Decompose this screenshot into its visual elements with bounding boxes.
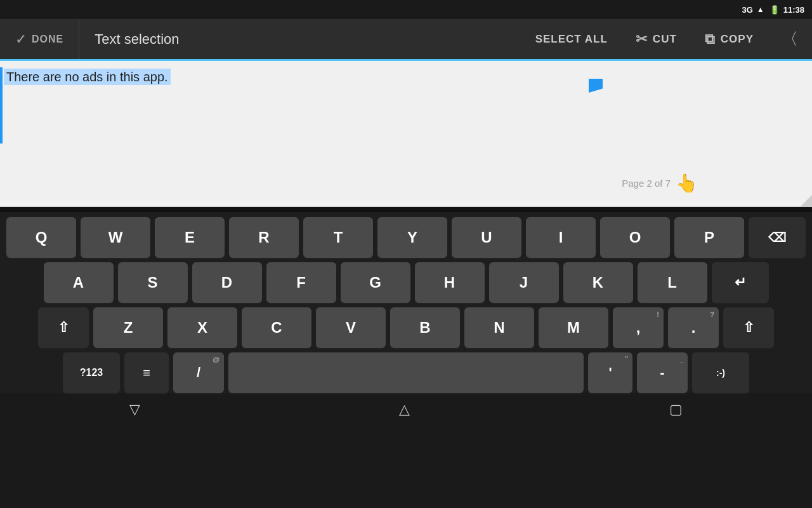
key-o[interactable]: O <box>600 217 670 258</box>
back-button[interactable]: ▽ <box>129 401 140 418</box>
keyboard: Q W E R T Y U I O P ⌫ A S D F G H J K L … <box>0 212 812 393</box>
cut-button[interactable]: ✂ CUT <box>622 19 691 59</box>
key-i[interactable]: I <box>526 217 596 258</box>
copy-label: COPY <box>721 33 754 46</box>
key-t[interactable]: T <box>303 217 373 258</box>
action-buttons: SELECT ALL ✂ CUT ⧉ COPY 〈 <box>521 19 812 59</box>
done-label: DONE <box>32 34 63 45</box>
select-all-button[interactable]: SELECT ALL <box>521 19 622 59</box>
signal-indicator: 3G <box>742 5 753 15</box>
key-y[interactable]: Y <box>377 217 447 258</box>
key-smiley[interactable]: :-) <box>692 352 749 393</box>
key-slash[interactable]: @ / <box>173 352 224 393</box>
key-dash[interactable]: _ - <box>637 352 688 393</box>
key-h[interactable]: H <box>415 262 485 303</box>
key-e[interactable]: E <box>155 217 225 258</box>
status-bar: 3G ▲ 🔋 11:38 <box>0 0 812 19</box>
key-r[interactable]: R <box>229 217 299 258</box>
key-v[interactable]: V <box>316 307 386 348</box>
key-k[interactable]: K <box>563 262 633 303</box>
question-label: ? <box>710 311 714 318</box>
key-settings[interactable]: ≡ <box>124 352 169 393</box>
keyboard-row-1: Q W E R T Y U I O P ⌫ <box>4 217 808 258</box>
keyboard-row-2: A S D F G H J K L ↵ <box>4 262 808 303</box>
key-p[interactable]: P <box>674 217 744 258</box>
page-title: Text selection <box>79 31 521 48</box>
key-q[interactable]: Q <box>6 217 76 258</box>
done-button[interactable]: ✓ DONE <box>0 19 79 59</box>
key-x[interactable]: X <box>167 307 237 348</box>
key-l[interactable]: L <box>638 262 707 303</box>
recents-button[interactable]: ▢ <box>669 401 683 418</box>
key-n[interactable]: N <box>464 307 534 348</box>
cut-icon: ✂ <box>636 31 648 48</box>
key-w[interactable]: W <box>81 217 150 258</box>
selected-text[interactable]: There are no ads in this app. <box>4 69 171 85</box>
cut-label: CUT <box>653 33 677 46</box>
share-button[interactable]: 〈 <box>768 28 812 50</box>
at-sublabel: @ <box>213 356 219 363</box>
key-u[interactable]: U <box>452 217 521 258</box>
swipe-icon: 👆 <box>676 173 698 194</box>
key-numbers[interactable]: ?123 <box>63 352 120 393</box>
copy-icon: ⧉ <box>705 31 716 48</box>
copy-button[interactable]: ⧉ COPY <box>691 19 768 59</box>
key-backspace[interactable]: ⌫ <box>749 217 806 258</box>
key-z[interactable]: Z <box>93 307 163 348</box>
key-enter[interactable]: ↵ <box>712 262 769 303</box>
key-a[interactable]: A <box>44 262 114 303</box>
key-g[interactable]: G <box>341 262 410 303</box>
key-shift-left[interactable]: ⇧ <box>38 307 89 348</box>
keyboard-row-4: ?123 ≡ @ / " ' _ - :-) <box>4 352 808 393</box>
signal-bars-icon: ▲ <box>757 5 764 14</box>
share-icon: 〈 <box>782 28 798 50</box>
key-comma[interactable]: ! , <box>613 307 664 348</box>
cursor-handle[interactable] <box>589 79 603 93</box>
checkmark-icon: ✓ <box>15 31 27 48</box>
nav-bar: ▽ △ ▢ <box>0 393 812 426</box>
key-space[interactable] <box>228 352 584 393</box>
clock: 11:38 <box>783 5 804 15</box>
key-m[interactable]: M <box>539 307 608 348</box>
key-j[interactable]: J <box>489 262 559 303</box>
key-s[interactable]: S <box>118 262 188 303</box>
key-period[interactable]: ? . <box>668 307 719 348</box>
key-b[interactable]: B <box>390 307 460 348</box>
exclamation-label: ! <box>657 311 659 318</box>
key-apostrophe[interactable]: " ' <box>588 352 632 393</box>
keyboard-separator <box>0 207 812 212</box>
select-all-label: SELECT ALL <box>535 33 608 46</box>
key-f[interactable]: F <box>266 262 336 303</box>
battery-icon: 🔋 <box>769 5 780 15</box>
page-indicator: Page 2 of 7 👆 <box>622 173 698 194</box>
text-area[interactable]: There are no ads in this app. Page 2 of … <box>0 61 812 207</box>
action-bar: ✓ DONE Text selection SELECT ALL ✂ CUT ⧉… <box>0 19 812 61</box>
corner-mark <box>801 195 812 206</box>
home-button[interactable]: △ <box>399 401 410 418</box>
key-shift-right[interactable]: ⇧ <box>723 307 774 348</box>
keyboard-row-3: ⇧ Z X C V B N M ! , ? . ⇧ <box>4 307 808 348</box>
key-c[interactable]: C <box>242 307 311 348</box>
quote-sublabel: " <box>625 356 628 363</box>
underscore-sublabel: _ <box>679 356 683 363</box>
key-d[interactable]: D <box>192 262 262 303</box>
selection-handle-left <box>0 67 3 144</box>
